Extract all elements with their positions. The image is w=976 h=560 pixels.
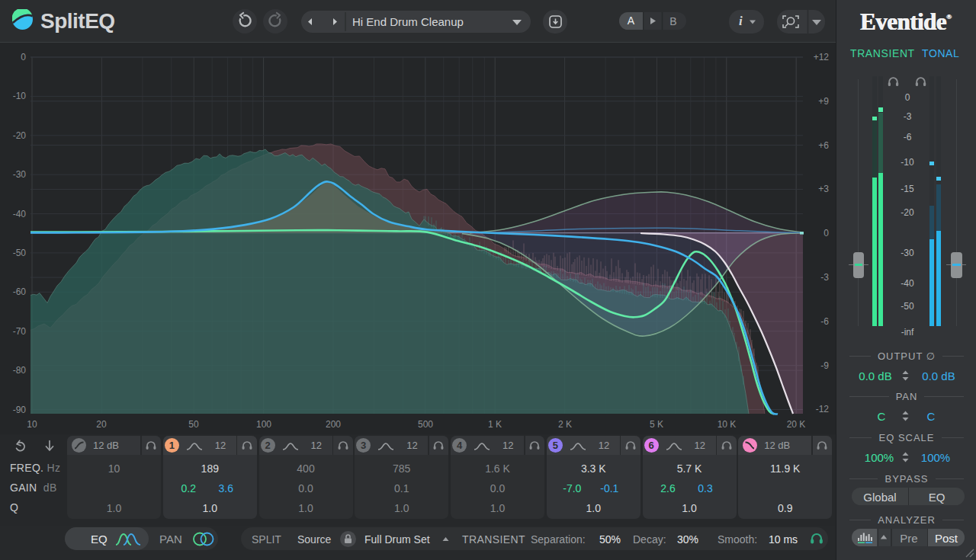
svg-text:-6: -6 [820,316,829,327]
svg-text:0: 0 [21,52,26,62]
svg-text:-3: -3 [820,272,829,283]
svg-text:1 K: 1 K [488,419,502,430]
svg-text:50: 50 [188,419,199,430]
svg-text:+6: +6 [818,140,829,151]
svg-text:10 K: 10 K [718,419,737,430]
svg-text:-40: -40 [13,209,27,219]
svg-text:-10: -10 [13,91,27,101]
svg-text:-50: -50 [13,248,27,258]
svg-text:500: 500 [418,419,433,430]
svg-text:+12: +12 [814,52,830,62]
svg-text:-90: -90 [13,405,27,415]
svg-text:B: B [669,15,676,27]
svg-text:100: 100 [256,419,271,430]
svg-text:-60: -60 [13,286,27,297]
svg-text:10: 10 [27,419,37,430]
svg-text:5 K: 5 K [650,419,663,430]
svg-text:200: 200 [326,419,341,430]
svg-text:2 K: 2 K [558,419,572,430]
svg-text:-70: -70 [13,326,27,337]
svg-text:0: 0 [824,228,829,238]
svg-text:+9: +9 [818,96,829,107]
svg-text:20: 20 [96,419,107,430]
svg-text:-30: -30 [13,169,27,180]
svg-text:+3: +3 [818,184,829,194]
svg-text:20 K: 20 K [787,419,806,430]
svg-text:-20: -20 [13,130,27,141]
svg-text:-12: -12 [816,404,830,414]
svg-text:-9: -9 [820,360,829,371]
svg-text:-80: -80 [13,365,27,376]
